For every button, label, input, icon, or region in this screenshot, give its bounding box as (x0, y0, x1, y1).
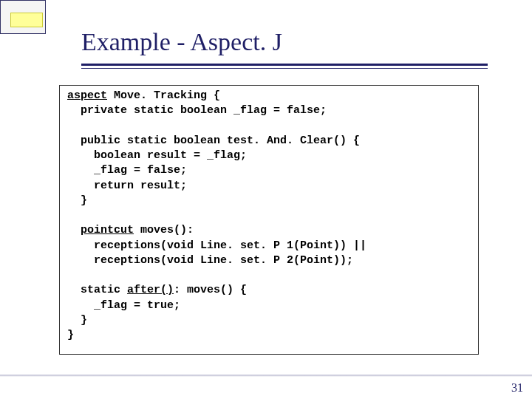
code-line-10: receptions(void Line. set. P 2(Point)); (67, 254, 353, 267)
code-line-6: return result; (67, 180, 187, 192)
code-line-7: } (67, 194, 87, 207)
code-line-5: _flag = false; (67, 164, 187, 177)
code-line-8a (67, 224, 81, 236)
code-block: aspect Move. Tracking { private static b… (59, 85, 479, 355)
page-title: Example - Aspect. J (81, 28, 282, 56)
code-line-3: public static boolean test. And. Clear()… (67, 134, 360, 147)
kw-aspect: aspect (67, 89, 107, 102)
corner-rect-small (10, 13, 43, 27)
title-underline-thin (81, 68, 488, 69)
code-line-1b: Move. Tracking { (107, 89, 220, 102)
code-line-4: boolean result = _flag; (67, 149, 247, 162)
kw-after: after() (127, 284, 174, 296)
footer-divider (0, 375, 532, 377)
code-line-11c: : moves() { (174, 284, 247, 296)
title-underline-thick (81, 64, 488, 66)
corner-decoration (0, 0, 52, 41)
code-line-14: } (67, 329, 74, 341)
code-line-9: receptions(void Line. set. P 1(Point)) |… (67, 239, 366, 252)
page-number: 31 (511, 381, 523, 395)
code-line-11a: static (67, 284, 127, 296)
code-line-2: private static boolean _flag = false; (67, 104, 327, 117)
code-line-13: } (67, 314, 87, 327)
kw-pointcut: pointcut (81, 224, 134, 236)
code-line-12: _flag = true; (67, 299, 180, 312)
code-line-8c: moves(): (134, 224, 194, 236)
